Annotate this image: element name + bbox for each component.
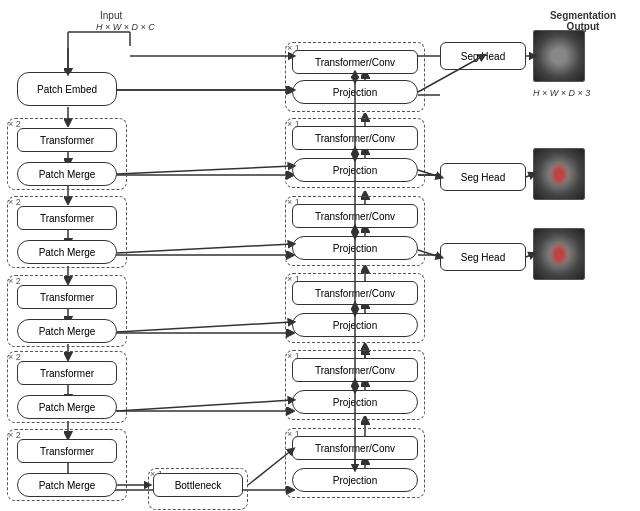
- seg-image-3: [533, 228, 585, 280]
- times2-label-4: × 2: [8, 352, 21, 362]
- projection-box-2: Projection: [292, 158, 418, 182]
- seg-image-2: [533, 148, 585, 200]
- transformer-box-1: Transformer: [17, 128, 117, 152]
- transconv-box-1: Transformer/Conv: [292, 50, 418, 74]
- svg-line-42: [117, 166, 292, 174]
- seg-head-box-2: Seg Head: [440, 163, 526, 191]
- transformer-box-4: Transformer: [17, 361, 117, 385]
- patch-embed-box: Patch Embed: [17, 72, 117, 106]
- patch-merge-box-3: Patch Merge: [17, 319, 117, 343]
- projection-box-1: Projection: [292, 80, 418, 104]
- architecture-diagram: Input H × W × D × C Patch Embed × 2 Tran…: [0, 0, 640, 511]
- transformer-box-5: Transformer: [17, 439, 117, 463]
- svg-line-64: [526, 254, 533, 257]
- projection-box-4: Projection: [292, 313, 418, 337]
- seg-head-box-1: Seg Head: [440, 42, 526, 70]
- transconv-box-4: Transformer/Conv: [292, 281, 418, 305]
- projection-box-5: Projection: [292, 390, 418, 414]
- patch-merge-box-4: Patch Merge: [17, 395, 117, 419]
- input-dims-label: H × W × D × C: [96, 22, 155, 32]
- seg-output-label: Segmentation Output: [533, 10, 633, 32]
- projection-box-3: Projection: [292, 236, 418, 260]
- input-label: Input: [100, 10, 122, 21]
- transformer-box-2: Transformer: [17, 206, 117, 230]
- transconv-box-2: Transformer/Conv: [292, 126, 418, 150]
- svg-line-63: [526, 174, 533, 177]
- transconv-box-5: Transformer/Conv: [292, 358, 418, 382]
- times2-label-5: × 2: [8, 430, 21, 440]
- seg-head-box-3: Seg Head: [440, 243, 526, 271]
- svg-line-43: [117, 244, 292, 253]
- transformer-box-3: Transformer: [17, 285, 117, 309]
- transconv-box-3: Transformer/Conv: [292, 204, 418, 228]
- patch-merge-box-1: Patch Merge: [17, 162, 117, 186]
- bottleneck-box: Bottleneck: [153, 473, 243, 497]
- projection-box-6: Projection: [292, 468, 418, 492]
- times2-label-3: × 2: [8, 276, 21, 286]
- transconv-box-6: Transformer/Conv: [292, 436, 418, 460]
- patch-merge-box-2: Patch Merge: [17, 240, 117, 264]
- output-dims-label: H × W × D × 3: [533, 88, 590, 98]
- svg-line-44: [117, 322, 292, 332]
- times2-label-1: × 2: [8, 119, 21, 129]
- patch-merge-box-5: Patch Merge: [17, 473, 117, 497]
- times2-label-2: × 2: [8, 197, 21, 207]
- seg-image-1: [533, 30, 585, 82]
- svg-line-45: [117, 400, 292, 411]
